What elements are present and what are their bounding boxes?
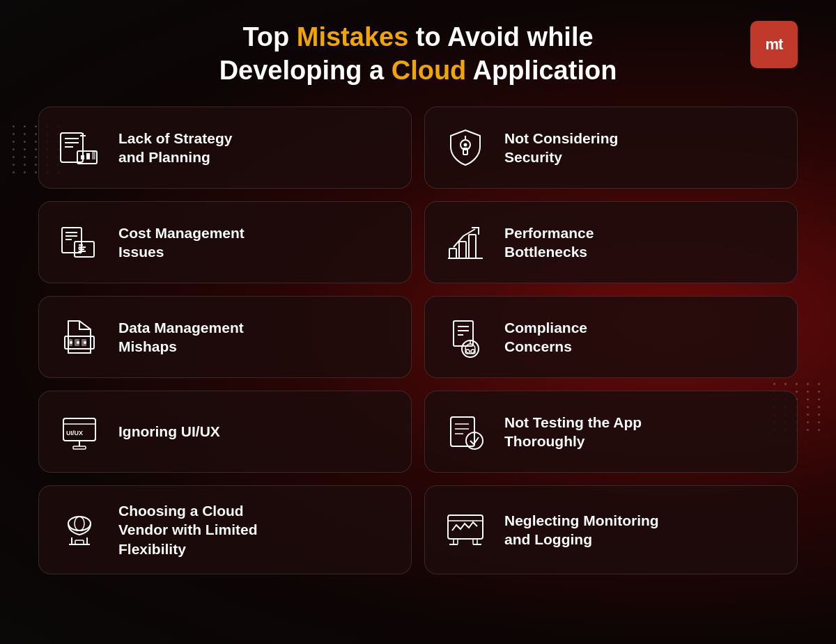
svg-rect-66: [473, 539, 477, 544]
svg-rect-21: [79, 246, 86, 248]
testing-icon: [440, 407, 490, 457]
card-monitoring-label: Neglecting Monitoringand Logging: [504, 511, 659, 549]
card-strategy-label: Lack of Strategyand Planning: [118, 129, 232, 167]
performance-icon: [440, 217, 490, 267]
page-content: Top Mistakes to Avoid while Developing a…: [0, 0, 836, 588]
svg-rect-23: [79, 251, 86, 252]
monitoring-icon: [440, 505, 490, 555]
uiux-icon: UI/UX: [54, 407, 104, 457]
security-icon: [440, 123, 490, 173]
card-testing-label: Not Testing the AppThoroughly: [504, 413, 642, 451]
title-mistakes: Mistakes: [297, 22, 409, 52]
svg-point-34: [84, 341, 86, 344]
vendor-icon: [54, 505, 104, 555]
title-part3: Developing a: [219, 56, 392, 85]
svg-rect-24: [449, 249, 456, 258]
card-cost-label: Cost ManagementIssues: [118, 223, 245, 262]
svg-point-32: [70, 341, 72, 344]
card-vendor-label: Choosing a CloudVendor with LimitedFlexi…: [118, 501, 258, 558]
svg-rect-7: [92, 151, 95, 159]
svg-rect-63: [448, 515, 483, 539]
card-security: Not ConsideringSecurity: [424, 107, 798, 189]
cost-icon: $: [54, 217, 104, 267]
svg-point-13: [464, 143, 467, 147]
strategy-icon: [54, 123, 104, 173]
title-cloud: Cloud: [392, 56, 467, 85]
card-data-label: Data ManagementMishaps: [118, 318, 244, 356]
card-testing: Not Testing the AppThoroughly: [424, 391, 798, 473]
svg-rect-26: [469, 235, 476, 258]
card-compliance: ComplianceConcerns: [424, 296, 798, 378]
page-header: Top Mistakes to Avoid while Developing a…: [38, 21, 798, 87]
card-vendor: Choosing a CloudVendor with LimitedFlexi…: [38, 485, 412, 574]
card-cost: $ Cost ManagementIssues: [38, 201, 412, 283]
card-data: Data ManagementMishaps: [38, 296, 412, 378]
card-strategy: Lack of Strategyand Planning: [38, 107, 412, 189]
svg-rect-25: [459, 242, 466, 258]
card-uiux: UI/UX Ignoring UI/UX: [38, 391, 412, 473]
cards-grid: Lack of Strategyand Planning Not Conside…: [38, 107, 798, 574]
svg-rect-49: [73, 446, 86, 449]
svg-point-57: [68, 517, 91, 531]
svg-rect-6: [86, 153, 90, 159]
svg-rect-65: [454, 539, 458, 544]
card-monitoring: Neglecting Monitoringand Logging: [424, 485, 798, 574]
title-part1: Top: [242, 22, 296, 52]
card-security-label: Not ConsideringSecurity: [504, 129, 618, 167]
svg-rect-22: [79, 249, 84, 250]
svg-rect-20: [79, 244, 83, 246]
title-part2: to Avoid while: [408, 22, 593, 52]
logo: mt: [750, 21, 798, 68]
svg-point-62: [75, 517, 84, 531]
svg-rect-5: [81, 155, 84, 159]
compliance-icon: [440, 312, 490, 362]
svg-text:UI/UX: UI/UX: [66, 430, 83, 437]
title-part4: Application: [466, 56, 617, 85]
data-icon: [54, 312, 104, 362]
svg-line-52: [470, 441, 474, 444]
svg-point-33: [77, 341, 79, 344]
card-uiux-label: Ignoring UI/UX: [118, 422, 220, 441]
card-performance-label: PerformanceBottlenecks: [504, 223, 594, 262]
page-title: Top Mistakes to Avoid while Developing a…: [38, 21, 798, 87]
card-compliance-label: ComplianceConcerns: [504, 318, 587, 356]
card-performance: PerformanceBottlenecks: [424, 201, 798, 283]
logo-text: mt: [766, 36, 783, 54]
